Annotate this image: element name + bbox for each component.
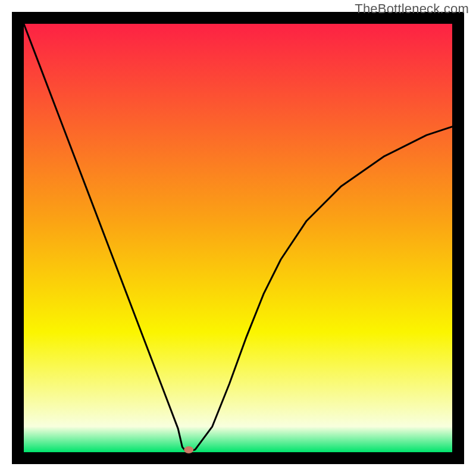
bottleneck-chart: [0, 0, 476, 476]
chart-background: [24, 24, 452, 452]
chart-root: TheBottleneck.com: [0, 0, 476, 476]
optimal-point-marker: [184, 446, 193, 453]
watermark-text: TheBottleneck.com: [355, 1, 469, 17]
